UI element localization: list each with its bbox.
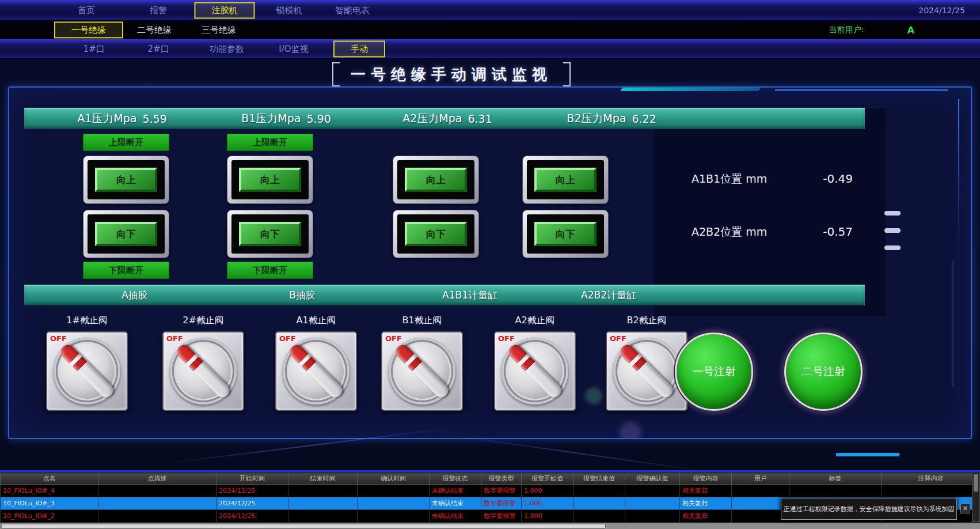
valve-a1-state: OFF	[279, 334, 296, 343]
col-alarm-start-value[interactable]: 报警开始值	[522, 473, 573, 485]
tab-port-1[interactable]: 1#口	[77, 41, 110, 56]
col-point-name[interactable]: 点名	[1, 473, 98, 485]
valve-1-state: OFF	[50, 334, 67, 343]
pressure-b1: B1压力Mpa 5.90	[229, 108, 344, 129]
table-vertical-scrollbar[interactable]	[972, 473, 980, 522]
upper-limit-indicator-a1: 上限断开	[83, 134, 169, 151]
nav-insulation-3[interactable]: 三号绝缘	[196, 23, 242, 37]
nav-alarm[interactable]: 报警	[144, 3, 173, 17]
position-a1b1-value: -0.49	[784, 172, 853, 186]
nav-clamping-machine[interactable]: 锁模机	[271, 3, 308, 17]
valve-2[interactable]: 2#截止阀 OFF	[157, 315, 249, 411]
jog-down-a2-frame: 向下	[397, 214, 474, 254]
valve-a1-label: A1截止阀	[270, 315, 362, 327]
decor-top-accent	[620, 86, 764, 91]
table-horizontal-scrollbar[interactable]	[0, 523, 980, 529]
tab-function-params[interactable]: 功能参数	[204, 41, 250, 56]
cell	[288, 485, 358, 497]
valve-1-switch[interactable]: OFF	[46, 331, 128, 411]
jog-down-button-b1[interactable]: 向下	[227, 210, 313, 258]
jog-down-button-b2[interactable]: 向下	[522, 210, 609, 258]
nav-insulation-2[interactable]: 二号绝缘	[131, 23, 177, 37]
tab-port-2[interactable]: 2#口	[142, 41, 174, 56]
table-top-border	[0, 470, 980, 472]
jog-down-b2-frame: 向下	[527, 214, 604, 254]
col-start-time[interactable]: 开始时间	[216, 473, 288, 485]
jog-up-a1-label: 向上	[95, 168, 157, 192]
inject-1-button[interactable]: 一号注射	[675, 332, 753, 411]
jog-up-button-b2[interactable]: 向上	[522, 156, 609, 204]
cell: 未确认结束	[430, 485, 481, 497]
cell: 2024/12/25	[216, 485, 288, 497]
col-user[interactable]: 用户	[732, 473, 789, 485]
col-tag[interactable]: 标签	[789, 473, 882, 485]
page-title-block: 一号绝缘手动调试监视	[336, 61, 567, 88]
decor-right-line-2	[952, 260, 954, 387]
pressure-b2-label: B2压力Mpa	[567, 111, 626, 126]
jog-down-a1-label: 向下	[95, 222, 157, 246]
valve-a1[interactable]: A1截止阀 OFF	[270, 315, 362, 411]
cell	[625, 497, 680, 510]
col-comment[interactable]: 注释内容	[882, 473, 980, 485]
current-user-label: 当前用户:	[829, 25, 864, 35]
jog-down-button-a1[interactable]: 向下	[83, 210, 169, 258]
jog-down-button-a2[interactable]: 向下	[393, 210, 479, 258]
tab-io-monitor[interactable]: I/O监视	[273, 41, 314, 56]
decor-dash-2	[884, 228, 901, 233]
table-horizontal-scrollbar-thumb[interactable]	[1, 524, 606, 528]
valve-a2[interactable]: A2截止阀 OFF	[489, 315, 581, 411]
col-point-desc[interactable]: 点描述	[98, 473, 216, 485]
table-vertical-scrollbar-thumb[interactable]	[974, 474, 978, 492]
section-bar: A抽胶 B抽胶 A1B1计量缸 A2B2计量缸	[24, 285, 865, 305]
section-a2b2-cylinder: A2B2计量缸	[551, 285, 666, 305]
cell	[98, 485, 216, 497]
section-a1b1-cylinder: A1B1计量缸	[412, 285, 527, 305]
main-panel: A1压力Mpa 5.59 B1压力Mpa 5.90 A2压力Mpa 6.31 B…	[8, 86, 972, 439]
col-alarm-end-value[interactable]: 报警结束值	[573, 473, 625, 485]
cell: 数字量报警	[481, 497, 522, 510]
valve-a1-switch[interactable]: OFF	[275, 331, 357, 411]
page-title: 一号绝缘手动调试监视	[336, 61, 567, 88]
col-end-time[interactable]: 结束时间	[288, 473, 358, 485]
col-alarm-type[interactable]: 报警类型	[481, 473, 522, 485]
valve-a2-switch[interactable]: OFF	[494, 331, 576, 411]
jog-up-b1-label: 向上	[239, 168, 301, 192]
alarm-header-row: 点名 点描述 开始时间 结束时间 确认时间 报警状态 报警类型 报警开始值 报警…	[1, 473, 980, 485]
nav-injection-machine[interactable]: 注胶机	[195, 2, 255, 18]
valve-b1-switch[interactable]: OFF	[381, 331, 463, 411]
col-alarm-status[interactable]: 报警状态	[430, 473, 481, 485]
position-a1b1-label: A1B1位置 mm	[692, 172, 767, 189]
decor-dash-3	[884, 245, 901, 250]
jog-column-b2: 向上 向下	[522, 134, 609, 284]
tooltip-close-button[interactable]: ×	[960, 504, 970, 513]
upper-limit-indicator-b1: 上限断开	[227, 134, 313, 151]
jog-up-button-a1[interactable]: 向上	[83, 156, 169, 204]
position-a2b2-value: -0.57	[784, 225, 853, 239]
jog-up-button-a2[interactable]: 向上	[393, 156, 479, 204]
cell	[573, 485, 625, 497]
nav-home[interactable]: 首页	[72, 3, 101, 17]
decor-right-line-1	[958, 99, 959, 249]
alarm-row-1[interactable]: 10_FIOLu_IO#_4 2024/12/25 未确认结束 数字量报警 1.…	[1, 485, 980, 497]
cell	[358, 510, 430, 523]
valve-1[interactable]: 1#截止阀 OFF	[41, 315, 133, 411]
jog-up-b2-label: 向上	[534, 168, 597, 192]
valve-b1-label: B1截止阀	[376, 315, 468, 327]
jog-up-button-b1[interactable]: 向上	[227, 156, 313, 204]
nav-smart-meter[interactable]: 智能电表	[329, 3, 375, 17]
nav-insulation-1[interactable]: 一号绝缘	[54, 22, 123, 39]
col-alarm-ack-value[interactable]: 报警确认值	[625, 473, 680, 485]
valve-b1[interactable]: B1截止阀 OFF	[376, 315, 468, 411]
cell	[625, 485, 680, 497]
col-alarm-content[interactable]: 报警内容	[680, 473, 732, 485]
cell	[98, 497, 216, 510]
valve-2-switch[interactable]: OFF	[162, 331, 244, 411]
alarm-table-area: 点名 点描述 开始时间 结束时间 确认时间 报警状态 报警类型 报警开始值 报警…	[0, 473, 980, 529]
col-ack-time[interactable]: 确认时间	[358, 473, 430, 485]
cell: 2024/12/25	[216, 510, 288, 523]
section-b-suction: B抽胶	[245, 285, 360, 305]
cell	[358, 497, 430, 510]
inject-2-button[interactable]: 二号注射	[784, 332, 863, 411]
tab-manual[interactable]: 手动	[333, 40, 385, 57]
cell: 未确认结束	[430, 497, 481, 510]
